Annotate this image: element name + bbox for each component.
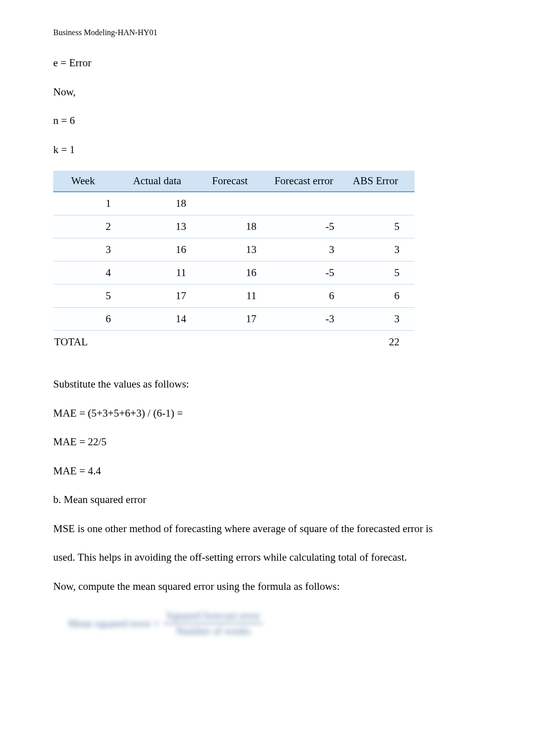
cell-ferror: -5 <box>272 262 349 285</box>
cell-week: 1 <box>53 192 126 215</box>
cell-abs: 6 <box>349 285 415 308</box>
cell-forecast <box>201 192 272 215</box>
cell-week: 4 <box>53 262 126 285</box>
cell-week: 6 <box>53 308 126 331</box>
table-row: 4 11 16 -5 5 <box>53 262 415 285</box>
cell-ferror: -3 <box>272 308 349 331</box>
cell-forecast: 16 <box>201 262 272 285</box>
cell-ferror: 6 <box>272 285 349 308</box>
text-e-error: e = Error <box>53 55 480 71</box>
cell-actual: 18 <box>126 192 201 215</box>
cell-actual: 13 <box>126 215 201 238</box>
text-mae-result: MAE = 4.4 <box>53 463 480 479</box>
header-week: Week <box>53 171 126 192</box>
page-header: Business Modeling-HAN-HY01 <box>53 28 480 37</box>
table-row: 2 13 18 -5 5 <box>53 215 415 238</box>
text-mae-calc: MAE = (5+3+5+6+3) / (6-1) = <box>53 406 480 422</box>
cell-ferror: 3 <box>272 238 349 262</box>
section-b-heading: b. Mean squared error <box>53 492 480 508</box>
text-n-eq: n = 6 <box>53 113 480 129</box>
text-now: Now, <box>53 84 480 100</box>
text-mse-desc2: used. This helps in avoiding the off-set… <box>53 550 480 566</box>
cell-abs: 3 <box>349 308 415 331</box>
cell-forecast: 17 <box>201 308 272 331</box>
table-row: 1 18 <box>53 192 415 215</box>
header-forecast: Forecast <box>201 171 272 192</box>
total-empty <box>201 331 272 354</box>
cell-forecast: 13 <box>201 238 272 262</box>
table-row: 3 16 13 3 3 <box>53 238 415 262</box>
header-forecast-error: Forecast error <box>272 171 349 192</box>
cell-actual: 17 <box>126 285 201 308</box>
cell-week: 2 <box>53 215 126 238</box>
cell-week: 5 <box>53 285 126 308</box>
text-mse-compute: Now, compute the mean squared error usin… <box>53 579 480 595</box>
blurred-left-text: Mean squared error = <box>68 617 160 630</box>
text-mse-desc1: MSE is one other method of forecasting w… <box>53 521 480 537</box>
total-value: 22 <box>349 331 415 354</box>
cell-abs: 5 <box>349 262 415 285</box>
blurred-denominator: Number of weeks <box>164 624 263 638</box>
table-header-row: Week Actual data Forecast Forecast error… <box>53 171 415 192</box>
cell-actual: 14 <box>126 308 201 331</box>
forecast-table: Week Actual data Forecast Forecast error… <box>53 171 415 353</box>
cell-ferror <box>272 192 349 215</box>
cell-actual: 16 <box>126 238 201 262</box>
cell-abs <box>349 192 415 215</box>
blurred-formula: Mean squared error = Squared forecast er… <box>53 609 480 638</box>
table-row: 6 14 17 -3 3 <box>53 308 415 331</box>
blurred-fraction: Squared forecast error Number of weeks <box>164 609 263 638</box>
total-empty <box>272 331 349 354</box>
text-substitute: Substitute the values as follows: <box>53 376 480 393</box>
table-row: 5 17 11 6 6 <box>53 285 415 308</box>
cell-abs: 5 <box>349 215 415 238</box>
blurred-numerator: Squared forecast error <box>164 609 263 624</box>
text-k-eq: k = 1 <box>53 142 480 158</box>
forecast-table-container: Week Actual data Forecast Forecast error… <box>53 171 480 353</box>
cell-abs: 3 <box>349 238 415 262</box>
header-abs-error: ABS Error <box>349 171 415 192</box>
cell-week: 3 <box>53 238 126 262</box>
cell-forecast: 18 <box>201 215 272 238</box>
cell-ferror: -5 <box>272 215 349 238</box>
total-label: TOTAL <box>53 331 126 354</box>
total-empty <box>126 331 201 354</box>
cell-actual: 11 <box>126 262 201 285</box>
text-mae-frac: MAE = 22/5 <box>53 434 480 450</box>
header-actual: Actual data <box>126 171 201 192</box>
cell-forecast: 11 <box>201 285 272 308</box>
table-total-row: TOTAL 22 <box>53 331 415 354</box>
